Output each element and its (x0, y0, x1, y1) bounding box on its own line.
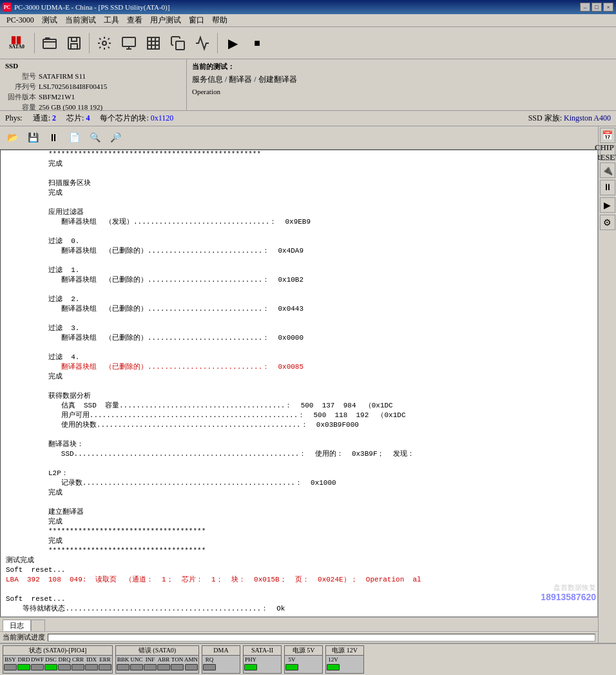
phys-label: Phys: (5, 113, 23, 123)
menu-window[interactable]: 窗口 (185, 14, 208, 26)
toolbar-sep-2 (89, 33, 90, 54)
led-label: DSC (45, 656, 57, 663)
phys-channels: 通道: 2 (33, 113, 56, 124)
ssd-panel-title: SSD (5, 62, 181, 70)
app-icon: PC (3, 3, 12, 12)
led-unc (130, 664, 143, 670)
menu-tools[interactable]: 工具 (100, 14, 123, 26)
minimize-button[interactable]: – (580, 3, 590, 12)
led-abr (157, 664, 170, 670)
status-led-group: ERR (99, 656, 111, 672)
led-label: AMN (184, 656, 198, 663)
log-area[interactable]: 块： 0x01CB...............................… (0, 150, 598, 617)
led-bbk (117, 664, 130, 670)
ct-page-button[interactable]: 📄 (64, 129, 84, 147)
svg-rect-2 (72, 37, 77, 41)
led-label: ERR (99, 656, 111, 663)
phys-chips: 芯片: 4 (66, 113, 90, 124)
rs-settings-button[interactable]: ⚙ (600, 215, 615, 230)
menu-help[interactable]: 帮助 (208, 14, 231, 26)
status-group-title: 错误 (SATA0) (116, 646, 198, 656)
rs-play-button[interactable]: ▶ (600, 197, 615, 213)
menu-pc3000[interactable]: PC-3000 (3, 15, 38, 26)
ct-search2-button[interactable]: 🔎 (106, 129, 125, 147)
rs-chip-button[interactable]: CHIPRESET (600, 145, 615, 161)
status-led-group: RQ (203, 656, 216, 672)
content-toolbar: 📂 💾 ⏸ 📄 🔍 🔎 (0, 126, 598, 150)
led-label: DWF (31, 656, 44, 663)
led-label: RQ (206, 656, 214, 663)
status-group: SATA-IIPHY (243, 645, 282, 674)
status-led-group: AMN (184, 656, 198, 672)
tab-log[interactable]: 日志 (3, 620, 31, 631)
status-led-group: DRQ (58, 656, 71, 672)
left-panel: 📂 💾 ⏸ 📄 🔍 🔎 块： 0x01CB...................… (0, 126, 598, 643)
menu-test[interactable]: 测试 (38, 14, 61, 26)
title-text: PC-3000 UDMA-E - China - [PS SSD Utility… (14, 3, 169, 11)
save-button[interactable] (63, 32, 86, 55)
led-rq (203, 664, 216, 670)
menu-current-test[interactable]: 当前测试 (61, 14, 100, 26)
rs-plug-button[interactable]: 🔌 (600, 162, 615, 178)
status-led-group: BBK (117, 656, 130, 672)
ct-open-button[interactable]: 📂 (3, 129, 22, 147)
svg-point-4 (102, 41, 106, 45)
ssd-value-model: SATAFIRM S11 (39, 71, 86, 81)
led-err (99, 664, 111, 670)
ssd-label-model: 型号 (5, 71, 36, 81)
rs-calendar-button[interactable]: 📅 (600, 128, 615, 143)
menu-view[interactable]: 查看 (123, 14, 146, 26)
led-label: IDX (86, 656, 97, 663)
status-group: 错误 (SATA0)BBKUNCINFABRTONAMN (115, 645, 199, 674)
test-panel: 当前的测试： 服务信息 / 翻译器 / 创建翻译器 Operation (187, 59, 616, 110)
settings-button[interactable] (93, 32, 116, 55)
progress-track (48, 634, 595, 641)
status-led-group: UNC (130, 656, 143, 672)
sata-button[interactable]: ▊▊ SATA0 (3, 32, 31, 55)
open-button[interactable] (38, 32, 61, 55)
status-group-title: SATA-II (244, 646, 281, 656)
ct-save-button[interactable]: 💾 (23, 129, 43, 147)
copy-button[interactable] (166, 32, 189, 55)
led-drq (58, 664, 71, 670)
svg-rect-6 (148, 37, 159, 49)
led-label: CRR (72, 656, 84, 663)
test-panel-title: 当前的测试： (192, 62, 611, 72)
status-led-group: 12V (327, 656, 340, 672)
chart-button[interactable] (191, 32, 214, 55)
led-bsy (4, 664, 17, 670)
menu-bar: PC-3000 测试 当前测试 工具 查看 用户测试 窗口 帮助 (0, 14, 616, 27)
led-label: TON (171, 656, 183, 663)
progress-label: 当前测试进度 (3, 632, 45, 642)
tab-blank[interactable] (31, 620, 45, 631)
svg-rect-11 (176, 41, 184, 50)
main-layout: SSD 型号 SATAFIRM S11 序列号 LSL70256184I8F00… (0, 59, 616, 675)
status-group: 电源 5V5V (284, 645, 323, 674)
led-amn (185, 664, 198, 670)
maximize-button[interactable]: □ (592, 3, 602, 12)
grid-button[interactable] (142, 32, 165, 55)
play-button[interactable]: ▶ (221, 32, 244, 55)
status-led-group: DWF (31, 656, 44, 672)
menu-user-test[interactable]: 用户测试 (146, 14, 185, 26)
watermark-phone: 18913587620 (541, 592, 596, 602)
ssd-value-firmware: SBFM21W1 (39, 92, 75, 102)
rs-pause-button[interactable]: ⏸ (600, 180, 615, 195)
info-row: SSD 型号 SATAFIRM S11 序列号 LSL70256184I8F00… (0, 59, 616, 111)
title-controls[interactable]: – □ × (580, 3, 613, 12)
monitor-button[interactable] (117, 32, 140, 55)
status-group-content: RQ (202, 656, 240, 673)
ct-search-button[interactable]: 🔍 (85, 129, 104, 147)
led-inf (144, 664, 157, 670)
status-led-group: BSY (4, 656, 17, 672)
close-button[interactable]: × (603, 3, 613, 12)
title-bar: PC PC-3000 UDMA-E - China - [PS SSD Util… (0, 0, 616, 14)
led-dwf (31, 664, 44, 670)
ct-pause-button[interactable]: ⏸ (44, 129, 63, 147)
status-tabs: 日志 (0, 617, 598, 631)
ssd-value-serial: LSL70256184I8F00415 (39, 81, 107, 92)
status-group-title: DMA (202, 646, 240, 656)
stop-button[interactable]: ■ (245, 32, 269, 55)
test-panel-operation: Operation (192, 88, 611, 95)
toolbar: ▊▊ SATA0 ▶ ■ (0, 27, 616, 59)
